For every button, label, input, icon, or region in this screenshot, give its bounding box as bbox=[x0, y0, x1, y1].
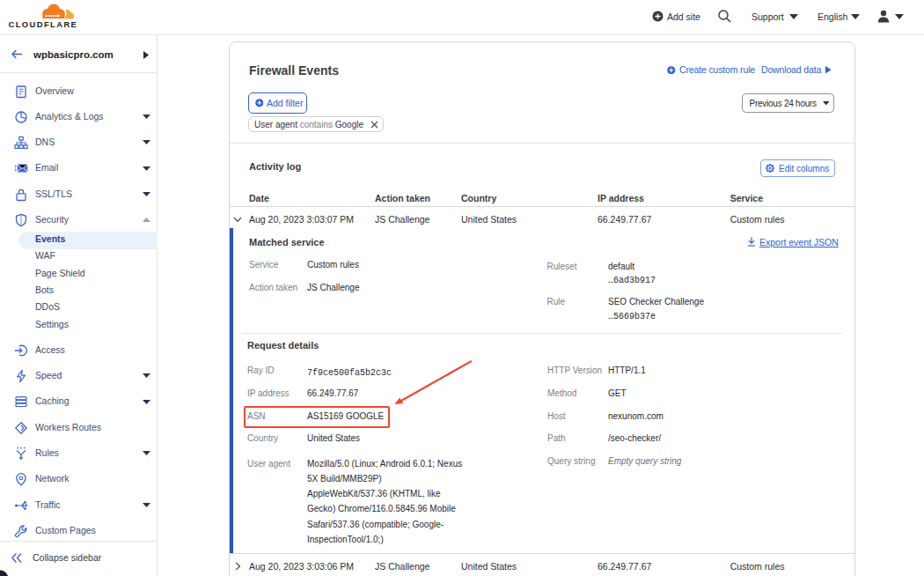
svg-text:CLOUDFLARE: CLOUDFLARE bbox=[9, 19, 78, 29]
